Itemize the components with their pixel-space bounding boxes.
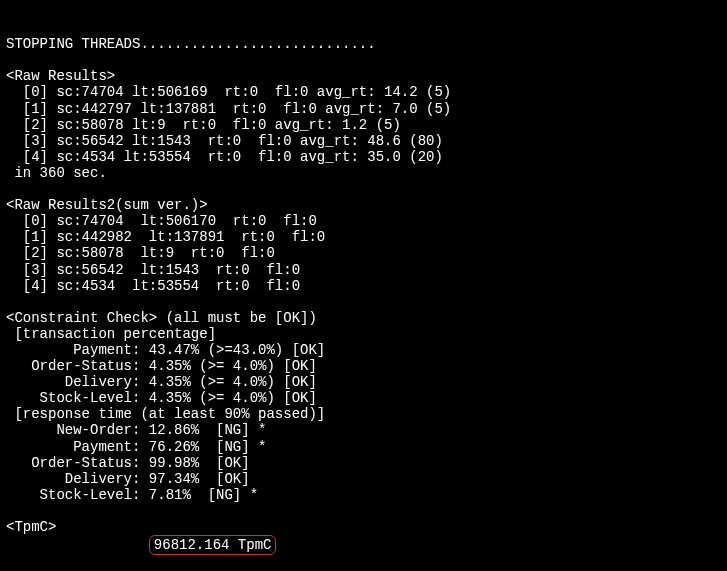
constraint-row: New-Order: 12.86% [NG] * xyxy=(6,422,266,438)
raw-results-row: [0] sc:74704 lt:506169 rt:0 fl:0 avg_rt:… xyxy=(6,84,451,100)
constraint-title: <Constraint Check> (all must be [OK]) xyxy=(6,310,317,326)
raw-results-footer: in 360 sec. xyxy=(6,165,107,181)
stopping-line: STOPPING THREADS........................… xyxy=(6,36,376,52)
constraint-row: Payment: 76.26% [NG] * xyxy=(6,439,266,455)
raw-results-row: [3] sc:56542 lt:1543 rt:0 fl:0 avg_rt: 4… xyxy=(6,133,443,149)
tpmc-prefix xyxy=(6,537,149,553)
raw-results2-title: <Raw Results2(sum ver.)> xyxy=(6,197,208,213)
raw-results2-row: [0] sc:74704 lt:506170 rt:0 fl:0 xyxy=(6,213,317,229)
raw-results-row: [1] sc:442797 lt:137881 rt:0 fl:0 avg_rt… xyxy=(6,101,451,117)
constraint-row: Stock-Level: 4.35% (>= 4.0%) [OK] xyxy=(6,390,317,406)
raw-results-row: [2] sc:58078 lt:9 rt:0 fl:0 avg_rt: 1.2 … xyxy=(6,117,401,133)
constraint-section-title: [transaction percentage] xyxy=(6,326,216,342)
tpmc-title: <TpmC> xyxy=(6,519,56,535)
constraint-row: Stock-Level: 7.81% [NG] * xyxy=(6,487,258,503)
constraint-row: Payment: 43.47% (>=43.0%) [OK] xyxy=(6,342,325,358)
raw-results-row: [4] sc:4534 lt:53554 rt:0 fl:0 avg_rt: 3… xyxy=(6,149,443,165)
raw-results2-row: [1] sc:442982 lt:137891 rt:0 fl:0 xyxy=(6,229,325,245)
constraint-section-title: [response time (at least 90% passed)] xyxy=(6,406,325,422)
raw-results2-row: [3] sc:56542 lt:1543 rt:0 fl:0 xyxy=(6,262,300,278)
constraint-row: Delivery: 4.35% (>= 4.0%) [OK] xyxy=(6,374,317,390)
raw-results2-row: [2] sc:58078 lt:9 rt:0 fl:0 xyxy=(6,245,275,261)
constraint-row: Order-Status: 99.98% [OK] xyxy=(6,455,250,471)
constraint-row: Delivery: 97.34% [OK] xyxy=(6,471,250,487)
tpmc-value: 96812.164 TpmC xyxy=(149,535,277,555)
raw-results2-row: [4] sc:4534 lt:53554 rt:0 fl:0 xyxy=(6,278,300,294)
raw-results-title: <Raw Results> xyxy=(6,68,115,84)
terminal-output: STOPPING THREADS........................… xyxy=(6,36,721,555)
constraint-row: Order-Status: 4.35% (>= 4.0%) [OK] xyxy=(6,358,317,374)
